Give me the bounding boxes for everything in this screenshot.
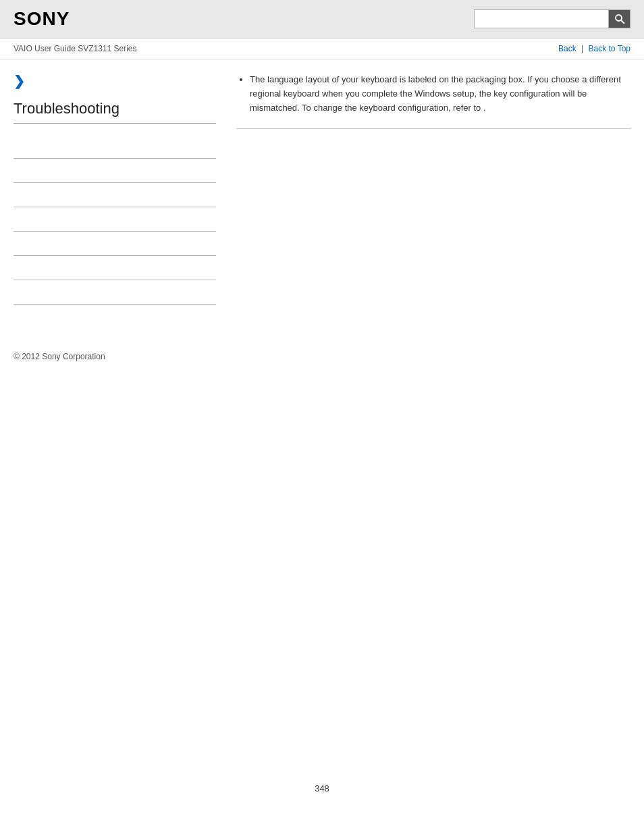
sidebar-link-1[interactable] xyxy=(14,142,16,151)
search-area xyxy=(474,9,630,28)
list-item xyxy=(14,232,216,256)
content-suffix: . xyxy=(483,103,486,113)
back-link[interactable]: Back xyxy=(558,44,576,53)
sidebar-link-6[interactable] xyxy=(14,263,16,273)
svg-line-1 xyxy=(621,20,624,24)
search-icon xyxy=(614,14,625,24)
nav-links: Back | Back to Top xyxy=(558,44,630,53)
copyright-text: © 2012 Sony Corporation xyxy=(14,352,630,361)
list-item xyxy=(14,256,216,280)
sidebar-title: Troubleshooting xyxy=(14,100,216,124)
page-header: SONY xyxy=(0,0,644,38)
list-item xyxy=(14,207,216,232)
content-list-item: The language layout of your keyboard is … xyxy=(250,73,630,115)
back-to-top-link[interactable]: Back to Top xyxy=(589,44,630,53)
chevron-icon: ❯ xyxy=(14,73,216,89)
page-number: 348 xyxy=(315,770,329,807)
content-body: The language layout of your keyboard is … xyxy=(236,73,630,115)
sony-logo: SONY xyxy=(14,8,70,30)
content-divider xyxy=(236,128,630,129)
content-text: The language layout of your keyboard is … xyxy=(250,74,621,113)
page-footer: © 2012 Sony Corporation xyxy=(0,338,644,375)
sidebar: ❯ Troubleshooting xyxy=(14,73,216,305)
list-item xyxy=(14,183,216,207)
content-area: The language layout of your keyboard is … xyxy=(230,73,630,305)
list-item xyxy=(14,134,216,159)
sidebar-link-4[interactable] xyxy=(14,215,16,224)
nav-bar: VAIO User Guide SVZ1311 Series Back | Ba… xyxy=(0,38,644,59)
sidebar-link-2[interactable] xyxy=(14,166,16,176)
search-button[interactable] xyxy=(609,9,630,28)
sidebar-link-3[interactable] xyxy=(14,190,16,200)
sidebar-links xyxy=(14,134,216,305)
main-content: ❯ Troubleshooting xyxy=(0,59,644,318)
sidebar-link-5[interactable] xyxy=(14,239,16,249)
sidebar-link-7[interactable] xyxy=(14,288,16,297)
search-input[interactable] xyxy=(474,9,609,28)
nav-separator: | xyxy=(581,44,583,53)
list-item xyxy=(14,159,216,183)
list-item xyxy=(14,280,216,305)
breadcrumb: VAIO User Guide SVZ1311 Series xyxy=(14,44,137,53)
